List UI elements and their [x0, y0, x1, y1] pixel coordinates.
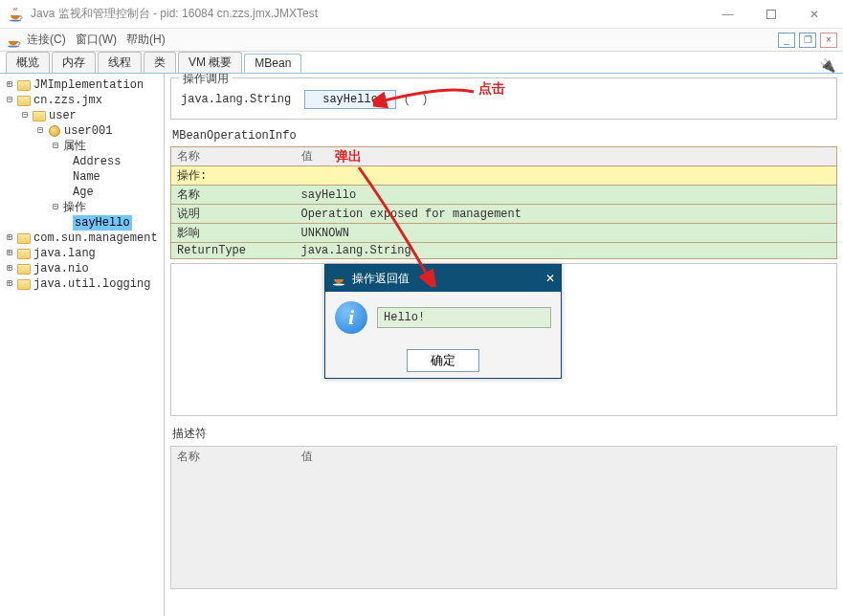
cell-v: java.lang.String [296, 243, 837, 259]
tree-leaf[interactable]: Name [73, 169, 100, 185]
operation-parentheses: ( ) [404, 93, 431, 106]
folder-icon [17, 96, 31, 106]
expand-icon[interactable]: ⊞ [4, 263, 15, 275]
tab-vm[interactable]: VM 概要 [178, 52, 242, 73]
close-button[interactable]: ✕ [792, 1, 835, 28]
tree-leaf-sayhello[interactable]: sayHello [73, 215, 132, 231]
collapse-icon[interactable]: ⊟ [50, 202, 61, 213]
tree-node[interactable]: user [49, 108, 77, 123]
descriptor-table: 名称值 [170, 446, 837, 589]
bean-icon [49, 125, 60, 137]
tree-node[interactable]: user001 [64, 123, 112, 139]
return-value-dialog: 操作返回值 ✕ i Hello! 确定 [324, 264, 562, 379]
return-value-field: Hello! [377, 307, 551, 328]
col-name: 名称 [171, 147, 296, 166]
cell-v: UNKNOWN [296, 224, 837, 243]
internal-restore-button[interactable]: ❐ [799, 33, 816, 48]
operation-return-type: java.lang.String [181, 93, 291, 106]
folder-icon [33, 111, 46, 121]
folder-icon [17, 80, 31, 91]
operation-invoke-title: 操作调用 [179, 74, 233, 87]
folder-icon [17, 249, 31, 259]
descriptor-title: 描述符 [172, 426, 835, 442]
tree-node[interactable]: com.sun.management [33, 231, 158, 246]
detail-panel: 操作调用 java.lang.String sayHello ( ) MBean… [165, 74, 843, 616]
expand-icon[interactable]: ⊞ [4, 79, 15, 91]
mbean-op-info-table: 名称值 操作: 名称sayHello 说明Operation exposed f… [170, 146, 837, 259]
connection-status-icon: 🔌 [819, 57, 835, 73]
folder-icon [17, 233, 31, 244]
minimize-button[interactable]: — [706, 1, 749, 28]
mid-area: 操作返回值 ✕ i Hello! 确定 [170, 263, 837, 416]
tab-classes[interactable]: 类 [144, 52, 176, 73]
menu-window[interactable]: 窗口(W) [76, 32, 117, 48]
cell-k: 名称 [171, 186, 296, 205]
maximize-button[interactable] [749, 1, 792, 28]
window-titlebar: Java 监视和管理控制台 - pid: 16084 cn.zzs.jmx.JM… [0, 0, 843, 29]
desc-col-value: 值 [296, 447, 837, 468]
mbean-tree[interactable]: ⊞JMImplementation ⊟cn.zzs.jmx ⊟user ⊟use… [0, 74, 165, 616]
mbean-op-info-title: MBeanOperationInfo [172, 129, 835, 143]
expand-icon[interactable]: ⊞ [4, 232, 15, 244]
svg-point-0 [10, 19, 21, 21]
cell-k: 影响 [171, 224, 296, 243]
row-operation-label: 操作: [171, 166, 837, 186]
tree-leaf[interactable]: Age [73, 185, 94, 200]
tab-strip: 概览 内存 线程 类 VM 概要 MBean 🔌 [0, 52, 843, 73]
dialog-title: 操作返回值 [352, 271, 410, 287]
menu-bar: 连接(C) 窗口(W) 帮助(H) _ ❐ × [0, 29, 843, 52]
svg-point-2 [333, 284, 344, 286]
collapse-icon[interactable]: ⊟ [34, 125, 46, 137]
svg-point-1 [8, 45, 19, 47]
tree-leaf[interactable]: Address [73, 154, 121, 169]
tab-mbean[interactable]: MBean [244, 54, 301, 73]
java-icon [331, 271, 346, 286]
menu-connect[interactable]: 连接(C) [27, 32, 66, 48]
operation-invoke-panel: 操作调用 java.lang.String sayHello ( ) [170, 77, 837, 120]
tree-node[interactable]: java.lang [33, 246, 96, 261]
desc-col-name: 名称 [171, 447, 296, 468]
cell-v: Operation exposed for management [296, 205, 837, 224]
tree-node[interactable]: java.nio [33, 261, 89, 276]
tab-memory[interactable]: 内存 [52, 52, 96, 73]
invoke-sayhello-button[interactable]: sayHello [304, 90, 396, 109]
java-icon [6, 33, 21, 48]
tree-node[interactable]: java.util.logging [33, 276, 150, 292]
tab-overview[interactable]: 概览 [6, 52, 50, 73]
collapse-icon[interactable]: ⊟ [50, 141, 61, 152]
dialog-titlebar[interactable]: 操作返回值 ✕ [325, 265, 561, 292]
tab-threads[interactable]: 线程 [98, 52, 142, 73]
col-value: 值 [296, 147, 837, 166]
collapse-icon[interactable]: ⊟ [4, 95, 15, 106]
tree-node-attributes[interactable]: 属性 [63, 139, 86, 154]
folder-icon [17, 279, 31, 290]
java-icon [8, 7, 23, 22]
tree-node[interactable]: JMImplementation [33, 77, 144, 93]
internal-minimize-button[interactable]: _ [778, 33, 795, 48]
expand-icon[interactable]: ⊞ [4, 278, 15, 290]
info-icon: i [335, 301, 367, 334]
dialog-close-button[interactable]: ✕ [545, 272, 555, 285]
tree-node[interactable]: cn.zzs.jmx [33, 93, 102, 108]
collapse-icon[interactable]: ⊟ [19, 110, 31, 121]
dialog-ok-button[interactable]: 确定 [407, 349, 479, 372]
cell-k: ReturnType [171, 243, 296, 259]
cell-v: sayHello [296, 186, 837, 205]
menu-help[interactable]: 帮助(H) [126, 32, 166, 48]
tree-node-operations[interactable]: 操作 [63, 200, 86, 215]
internal-close-button[interactable]: × [820, 33, 837, 48]
cell-k: 说明 [171, 205, 296, 224]
expand-icon[interactable]: ⊞ [4, 248, 15, 259]
window-title: Java 监视和管理控制台 - pid: 16084 cn.zzs.jmx.JM… [31, 6, 318, 22]
folder-icon [17, 264, 31, 275]
